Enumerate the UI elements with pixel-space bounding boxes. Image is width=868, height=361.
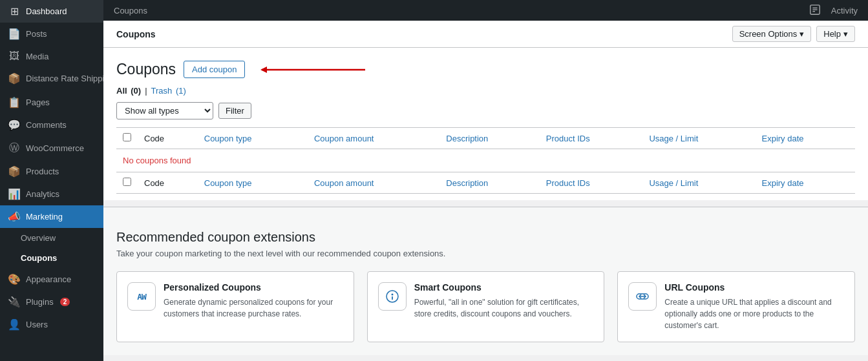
sidebar-item-label: Distance Rate Shipping	[26, 74, 103, 85]
arrow-annotation	[255, 62, 372, 77]
sidebar: ⊞ Dashboard 📄 Posts 🖼 Media 📦 Distance R…	[0, 0, 103, 361]
tfoot-code: Code	[138, 172, 198, 194]
sidebar-item-distance-rate[interactable]: 📦 Distance Rate Shipping	[0, 67, 103, 91]
sidebar-item-marketing[interactable]: 📣 Marketing	[0, 205, 103, 228]
recommended-title: Recommended coupon extensions	[116, 230, 855, 245]
sidebar-item-comments[interactable]: 💬 Comments	[0, 114, 103, 136]
help-button[interactable]: Help ▾	[816, 26, 855, 42]
select-all-footer	[116, 172, 138, 194]
topbar: Coupons Activity	[103, 0, 868, 21]
users-icon: 👤	[8, 318, 21, 331]
svg-point-7	[391, 294, 393, 296]
sidebar-item-label: Marketing	[26, 212, 63, 222]
dashboard-icon: ⊞	[8, 5, 21, 17]
sidebar-item-appearance[interactable]: 🎨 Appearance	[0, 268, 103, 291]
ext-info-url: URL Coupons Create a unique URL that app…	[664, 282, 844, 331]
add-coupon-button[interactable]: Add coupon	[184, 61, 245, 78]
tfoot-usage-limit: Usage / Limit	[642, 172, 755, 194]
sidebar-item-users[interactable]: 👤 Users	[0, 313, 103, 336]
activity-label: Activity	[831, 6, 858, 15]
tfoot-coupon-amount: Coupon amount	[308, 172, 439, 194]
sidebar-item-pages[interactable]: 📋 Pages	[0, 91, 103, 114]
type-filter-select[interactable]: Show all types	[116, 102, 213, 119]
products-icon: 📦	[8, 165, 21, 178]
topbar-left: Coupons	[114, 6, 147, 15]
sidebar-item-analytics[interactable]: 📊 Analytics	[0, 183, 103, 205]
pages-icon: 📋	[8, 96, 21, 108]
tabs-row: All (0) | Trash (1)	[116, 86, 855, 96]
select-all-checkbox[interactable]	[123, 133, 131, 141]
coupons-heading: Coupons	[116, 61, 176, 78]
th-expiry-date[interactable]: Expiry date	[756, 128, 856, 149]
sidebar-item-label: Products	[26, 167, 59, 176]
tfoot-product-ids: Product IDs	[540, 172, 643, 194]
tfoot-description: Description	[439, 172, 539, 194]
content-area: Coupons Screen Options ▾ Help ▾ Coupons …	[103, 21, 868, 361]
th-product-ids[interactable]: Product IDs	[540, 128, 643, 149]
overview-label: Overview	[21, 233, 56, 243]
th-coupon-amount[interactable]: Coupon amount	[308, 128, 439, 149]
plugins-badge: 2	[60, 298, 70, 306]
tfoot-coupon-type: Coupon type	[198, 172, 308, 194]
marketing-submenu: Overview Coupons	[0, 228, 103, 268]
svg-marker-5	[260, 67, 267, 73]
recommended-subtitle: Take your coupon marketing to the next l…	[116, 249, 855, 258]
no-coupons-row: No coupons found	[116, 149, 855, 172]
ext-card-url: URL Coupons Create a unique URL that app…	[617, 271, 855, 342]
sidebar-item-woocommerce[interactable]: Ⓦ WooCommerce	[0, 136, 103, 160]
tfoot-expiry-date: Expiry date	[756, 172, 856, 194]
marketing-icon: 📣	[8, 211, 21, 223]
analytics-icon: 📊	[8, 188, 21, 200]
woocommerce-icon: Ⓦ	[8, 141, 21, 155]
th-usage-limit[interactable]: Usage / Limit	[642, 128, 755, 149]
coupons-title-row: Coupons Add coupon	[116, 61, 855, 78]
sidebar-item-media[interactable]: 🖼 Media	[0, 45, 103, 67]
tab-trash[interactable]: Trash (1)	[151, 86, 186, 96]
sidebar-item-products[interactable]: 📦 Products	[0, 160, 103, 183]
no-coupons-message: No coupons found	[116, 149, 855, 172]
filter-row: Show all types Filter	[116, 102, 855, 119]
sidebar-item-coupons[interactable]: Coupons	[0, 248, 103, 268]
topbar-right: Activity	[809, 4, 858, 17]
coupons-area: Coupons Add coupon All (0) | T	[103, 48, 868, 200]
sidebar-item-label: Posts	[26, 29, 47, 39]
ext-desc-smart: Powerful, "all in one" solution for gift…	[414, 296, 594, 320]
ext-name-url: URL Coupons	[664, 282, 844, 293]
plugins-icon: 🔌	[8, 296, 21, 308]
sidebar-item-label: WooCommerce	[26, 143, 84, 153]
th-coupon-type[interactable]: Coupon type	[198, 128, 308, 149]
coupons-label: Coupons	[21, 253, 57, 263]
sidebar-item-posts[interactable]: 📄 Posts	[0, 23, 103, 45]
sidebar-item-dashboard[interactable]: ⊞ Dashboard	[0, 0, 103, 23]
tab-separator: |	[145, 86, 147, 96]
screen-options-button[interactable]: Screen Options ▾	[732, 26, 812, 42]
arrow-svg	[255, 62, 372, 77]
filter-button[interactable]: Filter	[218, 103, 251, 119]
sidebar-item-plugins[interactable]: 🔌 Plugins 2	[0, 291, 103, 313]
ext-card-personalized: AW Personalized Coupons Generate dynamic…	[116, 271, 354, 342]
topbar-title: Coupons	[114, 6, 147, 15]
appearance-icon: 🎨	[8, 273, 21, 285]
sidebar-item-label: Media	[26, 52, 48, 61]
tab-all[interactable]: All (0)	[116, 86, 141, 96]
recommended-section: Recommended coupon extensions Take your …	[103, 207, 868, 355]
page-header-right: Screen Options ▾ Help ▾	[732, 26, 855, 42]
media-icon: 🖼	[8, 50, 21, 62]
select-all-checkbox-bottom[interactable]	[123, 178, 131, 186]
coupons-table: Code Coupon type Coupon amount Descripti…	[116, 127, 855, 194]
table-header-row: Code Coupon type Coupon amount Descripti…	[116, 128, 855, 149]
th-code: Code	[138, 128, 198, 149]
sidebar-item-overview[interactable]: Overview	[0, 228, 103, 248]
ext-icon-aw: AW	[127, 282, 156, 311]
ext-desc-url: Create a unique URL that applies a disco…	[664, 296, 844, 331]
extensions-row: AW Personalized Coupons Generate dynamic…	[116, 271, 855, 342]
page-header: Coupons Screen Options ▾ Help ▾	[103, 21, 868, 48]
th-description[interactable]: Description	[439, 128, 539, 149]
ext-desc-personalized: Generate dynamic personalized coupons fo…	[164, 296, 343, 320]
sidebar-item-label: Appearance	[26, 274, 71, 284]
ext-info-personalized: Personalized Coupons Generate dynamic pe…	[164, 282, 343, 320]
sidebar-item-label: Plugins	[26, 297, 54, 307]
activity-icon[interactable]	[809, 4, 821, 17]
chevron-down-icon: ▾	[799, 29, 804, 39]
ext-name-personalized: Personalized Coupons	[164, 282, 343, 293]
